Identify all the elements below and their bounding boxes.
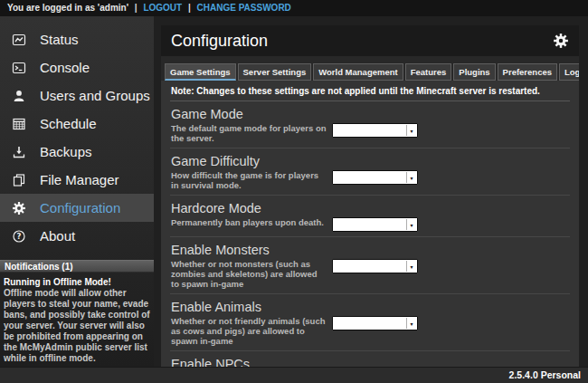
sidebar-item-backups[interactable]: Backups	[0, 138, 154, 166]
setting-heading: Enable Monsters	[171, 243, 569, 257]
version-bar: 2.5.4.0 Personal	[0, 367, 588, 383]
panel-header: Configuration	[161, 25, 579, 56]
sidebar-item-users-and-groups[interactable]: Users and Groups	[0, 81, 154, 110]
divider: |	[188, 3, 191, 13]
setting-game-difficulty: Game Difficulty How difficult the game i…	[170, 148, 570, 195]
divider: |	[135, 3, 138, 13]
sidebar-item-label: Configuration	[40, 200, 120, 215]
change-password-link[interactable]: CHANGE PASSWORD	[197, 3, 291, 13]
sidebar-item-configuration[interactable]: Configuration	[0, 194, 154, 222]
sidebar: Status Console Users and Groups Schedule	[0, 16, 154, 367]
sidebar-item-label: File Manager	[40, 172, 119, 187]
tab-preferences[interactable]: Preferences	[498, 63, 557, 81]
tab-game-settings[interactable]: Game Settings	[165, 63, 236, 81]
setting-heading: Game Mode	[171, 107, 569, 121]
sidebar-item-about[interactable]: ? About	[0, 222, 154, 250]
game-difficulty-select[interactable]: ▾	[332, 170, 418, 185]
backups-icon	[11, 145, 26, 159]
settings-content: Note: Changes to these settings are not …	[161, 81, 579, 367]
setting-hardcore-mode: Hardcore Mode Permanently ban players up…	[170, 195, 570, 236]
tab-login-users[interactable]: Login Users	[559, 63, 579, 81]
chevron-down-icon: ▾	[406, 172, 416, 183]
gear-icon[interactable]	[553, 33, 569, 49]
setting-heading: Enable Animals	[171, 300, 569, 314]
tab-plugins[interactable]: Plugins	[453, 63, 495, 81]
setting-enable-npcs: Enable NPCs Whether or not friendly mobs…	[170, 350, 570, 367]
enable-monsters-select[interactable]: ▾	[332, 259, 418, 273]
setting-enable-animals: Enable Animals Whether or not friendly a…	[170, 293, 570, 350]
sidebar-item-console[interactable]: Console	[0, 53, 154, 81]
sidebar-menu: Status Console Users and Groups Schedule	[0, 16, 154, 250]
chevron-down-icon: ▾	[406, 318, 416, 329]
users-icon	[11, 89, 26, 103]
chevron-down-icon: ▾	[406, 125, 416, 136]
tab-server-settings[interactable]: Server Settings	[238, 63, 312, 81]
setting-game-mode: Game Mode The default game mode for play…	[170, 101, 570, 148]
tab-strip: Game Settings Server Settings World Mana…	[161, 56, 579, 81]
sidebar-item-label: Status	[40, 32, 79, 47]
setting-enable-monsters: Enable Monsters Whether or not monsters …	[170, 236, 570, 293]
file-manager-icon	[11, 173, 26, 187]
question-icon: ?	[11, 229, 26, 244]
gear-icon	[11, 201, 26, 215]
page-title: Configuration	[171, 32, 553, 51]
notification-title: Running in Offline Mode!	[4, 277, 150, 288]
top-bar: You are logged in as 'admin' | LOGOUT | …	[0, 0, 588, 16]
sidebar-item-file-manager[interactable]: File Manager	[0, 166, 154, 194]
setting-heading: Game Difficulty	[171, 154, 569, 168]
setting-description: The default game mode for players on the…	[171, 123, 327, 143]
setting-description: Whether or not monsters (such as zombies…	[171, 259, 327, 289]
sidebar-item-label: Backups	[40, 144, 92, 159]
schedule-icon	[11, 117, 26, 131]
console-icon	[11, 61, 26, 75]
svg-text:?: ?	[16, 232, 21, 241]
chevron-down-icon: ▾	[406, 261, 416, 272]
restart-note: Note: Changes to these settings are not …	[170, 81, 570, 101]
tab-world-management[interactable]: World Management	[313, 63, 403, 81]
setting-heading: Hardcore Mode	[171, 201, 569, 215]
tab-features[interactable]: Features	[405, 63, 452, 81]
logged-in-text: You are logged in as 'admin'	[7, 3, 128, 13]
version-label: 2.5.4.0 Personal	[509, 369, 581, 380]
notifications-header: Notifications (1)	[0, 260, 154, 273]
logout-link[interactable]: LOGOUT	[143, 3, 182, 13]
sidebar-item-schedule[interactable]: Schedule	[0, 110, 154, 138]
sidebar-item-label: Users and Groups	[40, 88, 150, 103]
sidebar-item-label: About	[40, 228, 75, 244]
notification-text: Offline mode will allow other players to…	[4, 288, 150, 364]
setting-heading: Enable NPCs	[171, 357, 569, 367]
enable-animals-select[interactable]: ▾	[332, 316, 418, 330]
setting-description: Whether or not friendly animals (such as…	[171, 316, 327, 346]
sidebar-item-label: Schedule	[40, 116, 97, 131]
chevron-down-icon: ▾	[406, 219, 416, 230]
configuration-panel: Configuration Game Settings Server Setti…	[161, 25, 579, 367]
sidebar-item-label: Console	[40, 60, 90, 75]
game-mode-select[interactable]: ▾	[332, 123, 418, 138]
notifications-body: Running in Offline Mode! Offline mode wi…	[0, 273, 154, 364]
setting-description: How difficult the game is for players in…	[171, 170, 327, 190]
hardcore-mode-select[interactable]: ▾	[332, 217, 418, 232]
status-icon	[11, 33, 26, 47]
setting-description: Permanently ban players upon death.	[171, 217, 327, 227]
sidebar-item-status[interactable]: Status	[0, 25, 154, 53]
